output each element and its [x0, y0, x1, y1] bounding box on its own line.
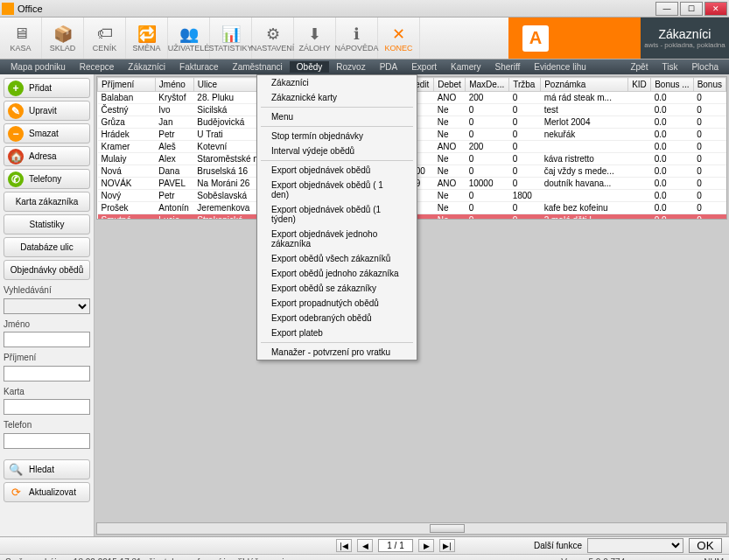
side-statistiky[interactable]: Statistiky [4, 214, 90, 234]
menu-kamery[interactable]: Kamery [444, 61, 487, 73]
col-12[interactable]: Bonus [693, 78, 725, 92]
kasa-icon: 🖥 [13, 24, 29, 44]
search-icon: 🔍 [8, 461, 24, 477]
side-karta-zákazníka[interactable]: Karta zákazníka [4, 192, 90, 212]
footer-toolbar: |◀ ◀ ▶ ▶| Další funkce OK [0, 536, 729, 554]
menu-item[interactable]: Manažer - potvrzení pro vratku [257, 345, 417, 360]
app-icon [2, 3, 14, 15]
col-8[interactable]: Tržba [509, 78, 541, 92]
menu-item[interactable]: Interval výdeje obědů [257, 144, 417, 158]
menu-item[interactable]: Zákaznické karty [257, 90, 417, 105]
search-button[interactable]: 🔍Hledat [4, 459, 90, 480]
menu-item[interactable]: Export objednávek jednoho zákazníka [257, 227, 417, 251]
menu-item[interactable]: Export objednávek obědů ( 1 den) [257, 178, 417, 202]
version: 5.0.0.774 [589, 557, 626, 561]
status-text: Směna zahájena 18.02.2015 17:31 uživatel… [5, 557, 289, 561]
col-6[interactable]: Debet [434, 78, 466, 92]
menu-item[interactable]: Export propadnutých obědů [257, 296, 417, 311]
tool-konec[interactable]: ✕KONEC [378, 18, 420, 59]
menu-zaměstnanci[interactable]: Zaměstnanci [226, 61, 290, 73]
menu-item[interactable]: Menu [257, 109, 417, 124]
menu-item[interactable]: Export objednávek obědů (1 týden) [257, 202, 417, 227]
col-0[interactable]: Příjmení [98, 78, 156, 92]
horizontal-scrollbar[interactable] [96, 522, 727, 535]
menu-pda[interactable]: PDA [373, 61, 405, 73]
field-label-jméno: Jméno [4, 319, 90, 329]
menu-item[interactable]: Zákazníci [257, 75, 417, 90]
col-11[interactable]: Bonus ... [651, 78, 693, 92]
menu-item[interactable]: Export obědů jednoho zákazníka [257, 266, 417, 281]
first-page-button[interactable]: |◀ [336, 539, 352, 552]
prev-page-button[interactable]: ◀ [357, 539, 373, 552]
col-10[interactable]: KID [628, 78, 651, 92]
minimize-button[interactable]: — [655, 2, 678, 16]
side-adresa[interactable]: 🏠Adresa [4, 146, 90, 166]
close-button[interactable]: ✕ [704, 2, 727, 16]
side-přidat[interactable]: +Přidat [4, 78, 90, 98]
col-1[interactable]: Jméno [155, 78, 193, 92]
field-příjmení[interactable] [4, 366, 90, 382]
menu-export[interactable]: Export [404, 61, 444, 73]
tool-sklad[interactable]: 📦SKLAD [42, 18, 84, 59]
menu-plocha[interactable]: Plocha [684, 61, 725, 73]
side-telefony[interactable]: ✆Telefony [4, 169, 90, 189]
menu-item[interactable]: Export plateb [257, 326, 417, 340]
tool-nastavení[interactable]: ⚙NASTAVENÍ [252, 18, 294, 59]
obedy-dropdown[interactable]: ZákazníciZákaznické kartyMenuStop termín… [256, 74, 417, 360]
side-upravit[interactable]: ✎Upravit [4, 101, 90, 121]
statusbar: Směna zahájena 18.02.2015 17:31 uživatel… [0, 554, 729, 560]
tool-směna[interactable]: 🔁SMĚNA [126, 18, 168, 59]
nápověda-icon: ℹ [354, 24, 360, 44]
menu-item[interactable]: Export odebraných obědů [257, 311, 417, 326]
search-label: Vyhledávání [4, 285, 90, 295]
tool-statistiky[interactable]: 📊STATISTIKY [210, 18, 252, 59]
menu-tisk[interactable]: Tisk [655, 61, 684, 73]
field-label-karta: Karta [4, 387, 90, 396]
menu-obědy[interactable]: Obědy [290, 61, 329, 73]
statistiky-icon: 📊 [221, 24, 241, 44]
side-objednávky-obědů[interactable]: Objednávky obědů [4, 260, 90, 280]
search-select[interactable] [4, 298, 90, 314]
menu-zpět[interactable]: Zpět [623, 61, 655, 73]
refresh-button[interactable]: ⟳Aktualizovat [4, 482, 90, 502]
menu-evidence-lihu[interactable]: Evidence lihu [527, 61, 592, 73]
tool-ceník[interactable]: 🏷CENÍK [84, 18, 126, 59]
nastavení-icon: ⚙ [266, 24, 280, 44]
scroll-thumb[interactable] [430, 524, 465, 533]
func-select[interactable] [587, 538, 683, 553]
sidebar: +Přidat✎Upravit−Smazat🏠Adresa✆TelefonyKa… [0, 74, 95, 536]
ceník-icon: 🏷 [97, 24, 113, 44]
menu-rozvoz[interactable]: Rozvoz [329, 61, 372, 73]
sklad-icon: 📦 [53, 24, 73, 44]
side-databáze-ulic[interactable]: Databáze ulic [4, 237, 90, 257]
tool-kasa[interactable]: 🖥KASA [0, 18, 42, 59]
field-karta[interactable] [4, 399, 90, 415]
menu-fakturace[interactable]: Fakturace [172, 61, 225, 73]
col-9[interactable]: Poznámka [541, 78, 628, 92]
section-title: Zákazníciawis - pokladna, pokladna [641, 18, 729, 59]
next-page-button[interactable]: ▶ [418, 539, 434, 552]
col-7[interactable]: MaxDe... [466, 78, 509, 92]
field-telefon[interactable] [4, 433, 90, 449]
page-input[interactable] [378, 539, 413, 552]
menu-recepce[interactable]: Recepce [73, 61, 121, 73]
num-indicator: NUM [704, 557, 724, 561]
last-page-button[interactable]: ▶| [439, 539, 455, 552]
tool-zálohy[interactable]: ⬇ZÁLOHY [294, 18, 336, 59]
směna-icon: 🔁 [137, 24, 157, 44]
menu-item[interactable]: Export objednávek obědů [257, 163, 417, 178]
menu-item[interactable]: Export obědů všech zákazníků [257, 251, 417, 266]
zálohy-icon: ⬇ [308, 24, 321, 44]
menu-sheriff[interactable]: Sheriff [488, 61, 528, 73]
maximize-button[interactable]: ☐ [680, 2, 703, 16]
menu-item[interactable]: Stop termín objednávky [257, 129, 417, 144]
tool-nápověda[interactable]: ℹNÁPOVĚDA [336, 18, 378, 59]
field-jméno[interactable] [4, 332, 90, 347]
menu-mapa-podniku[interactable]: Mapa podniku [4, 61, 73, 73]
menu-zákazníci[interactable]: Zákazníci [121, 61, 172, 73]
menu-item[interactable]: Export obědů se zákazníky [257, 281, 417, 296]
side-smazat[interactable]: −Smazat [4, 123, 90, 144]
ok-button[interactable]: OK [689, 538, 722, 553]
tool-uživatelé[interactable]: 👥UŽIVATELÉ [168, 18, 210, 59]
brand: AAWISPOKLADNÍ SYSTÉMY [508, 18, 641, 59]
